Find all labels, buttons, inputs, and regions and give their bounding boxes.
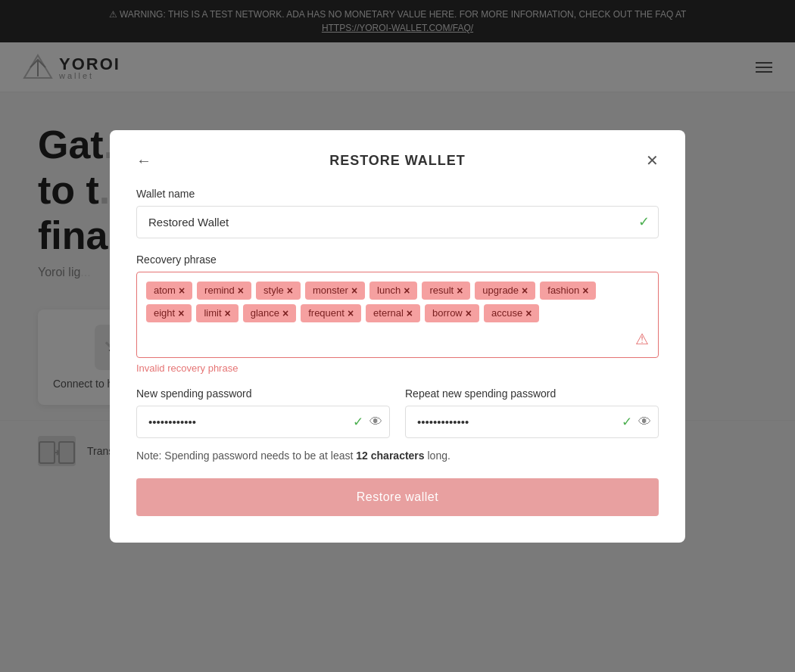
tag-frequent[interactable]: frequent ×	[301, 304, 361, 322]
repeat-password-input-wrapper: ✓ 👁	[405, 406, 659, 438]
tag-eternal[interactable]: eternal ×	[366, 304, 420, 322]
tag-borrow-remove[interactable]: ×	[466, 307, 472, 319]
tag-frequent-remove[interactable]: ×	[348, 307, 354, 319]
recovery-error-icon: ⚠	[635, 330, 649, 348]
tag-result-remove[interactable]: ×	[457, 285, 463, 297]
tag-style-remove[interactable]: ×	[287, 285, 293, 297]
tag-upgrade[interactable]: upgrade ×	[475, 282, 535, 300]
tag-eight[interactable]: eight ×	[146, 304, 192, 322]
restore-wallet-modal: ← RESTORE WALLET ✕ Wallet name ✓ Recover…	[110, 130, 685, 543]
tag-limit[interactable]: limit ×	[196, 304, 238, 322]
repeat-password-field: Repeat new spending password ✓ 👁	[405, 387, 659, 438]
recovery-phrase-area[interactable]: atom × remind × style × monster × lunch …	[136, 272, 659, 358]
tag-result[interactable]: result ×	[422, 282, 470, 300]
new-password-eye-icon[interactable]: 👁	[369, 414, 382, 429]
new-password-label: New spending password	[136, 387, 390, 400]
note-suffix: long.	[428, 450, 450, 462]
new-password-icons: ✓ 👁	[353, 414, 382, 430]
new-password-input[interactable]	[136, 406, 390, 438]
new-password-field: New spending password ✓ 👁	[136, 387, 390, 438]
new-password-check-icon: ✓	[353, 414, 363, 430]
tag-remind-remove[interactable]: ×	[238, 285, 244, 297]
recovery-phrase-label: Recovery phrase	[136, 254, 659, 266]
tag-atom[interactable]: atom ×	[146, 282, 192, 300]
tag-style[interactable]: style ×	[256, 282, 301, 300]
tag-remind[interactable]: remind ×	[197, 282, 251, 300]
modal-title: RESTORE WALLET	[329, 153, 466, 169]
repeat-password-check-icon: ✓	[622, 414, 632, 430]
wallet-name-label: Wallet name	[136, 188, 659, 200]
tags-row-2: eight × limit × glance × frequent × eter…	[146, 304, 649, 322]
tag-lunch-remove[interactable]: ×	[404, 285, 410, 297]
wallet-name-check-icon: ✓	[638, 213, 650, 230]
wallet-name-field: ✓	[136, 206, 659, 238]
repeat-password-icons: ✓ 👁	[622, 414, 651, 430]
tag-fashion-remove[interactable]: ×	[582, 285, 588, 297]
tag-accuse[interactable]: accuse ×	[484, 304, 539, 322]
tag-atom-remove[interactable]: ×	[179, 285, 185, 297]
repeat-password-input[interactable]	[405, 406, 659, 438]
tag-eight-remove[interactable]: ×	[178, 307, 184, 319]
modal-overlay: ← RESTORE WALLET ✕ Wallet name ✓ Recover…	[0, 0, 795, 672]
tag-limit-remove[interactable]: ×	[225, 307, 231, 319]
tag-eternal-remove[interactable]: ×	[407, 307, 413, 319]
modal-header: ← RESTORE WALLET ✕	[136, 153, 659, 169]
note-prefix: Note: Spending password needs to be at l…	[136, 450, 353, 462]
recovery-error-text: Invalid recovery phrase	[136, 362, 659, 374]
repeat-password-label: Repeat new spending password	[405, 387, 659, 400]
close-button[interactable]: ✕	[646, 151, 659, 170]
new-password-input-wrapper: ✓ 👁	[136, 406, 390, 438]
restore-wallet-button[interactable]: Restore wallet	[136, 478, 659, 516]
note-bold: 12 characters	[356, 450, 424, 462]
tags-row-1: atom × remind × style × monster × lunch …	[146, 282, 649, 300]
tag-glance[interactable]: glance ×	[243, 304, 297, 322]
wallet-name-input[interactable]	[136, 206, 659, 238]
repeat-password-eye-icon[interactable]: 👁	[638, 414, 651, 429]
back-button[interactable]: ←	[136, 152, 151, 170]
tag-glance-remove[interactable]: ×	[282, 307, 288, 319]
password-row: New spending password ✓ 👁 Repeat new spe…	[136, 387, 659, 438]
tag-lunch[interactable]: lunch ×	[369, 282, 417, 300]
tag-accuse-remove[interactable]: ×	[525, 307, 532, 319]
tag-upgrade-remove[interactable]: ×	[522, 285, 528, 297]
tag-monster-remove[interactable]: ×	[351, 285, 357, 297]
tag-monster[interactable]: monster ×	[305, 282, 365, 300]
note-text: Note: Spending password needs to be at l…	[136, 450, 659, 462]
tag-borrow[interactable]: borrow ×	[425, 304, 479, 322]
tag-fashion[interactable]: fashion ×	[540, 282, 596, 300]
